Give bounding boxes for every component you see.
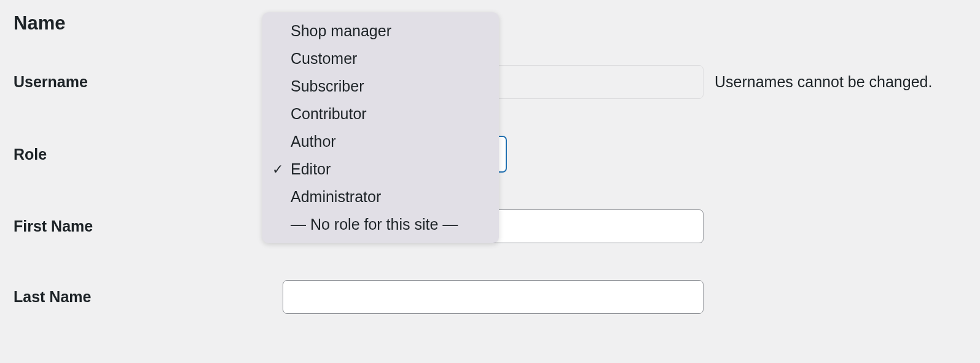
role-option-label: Customer (291, 50, 357, 68)
role-option-label: — No role for this site — (291, 216, 458, 233)
last-name-label: Last Name (12, 288, 283, 306)
role-option-label: Administrator (291, 188, 381, 206)
role-option-editor[interactable]: ✓ Editor (262, 155, 499, 183)
role-option-no-role[interactable]: — No role for this site — (262, 211, 499, 238)
role-option-subscriber[interactable]: Subscriber (262, 72, 499, 100)
check-icon: ✓ (272, 162, 283, 178)
role-option-customer[interactable]: Customer (262, 45, 499, 72)
role-option-label: Author (291, 133, 336, 150)
role-option-contributor[interactable]: Contributor (262, 100, 499, 128)
role-option-label: Shop manager (291, 22, 391, 40)
role-option-label: Editor (291, 160, 331, 178)
role-label: Role (12, 146, 283, 163)
last-name-field-area (283, 280, 704, 314)
role-option-shop-manager[interactable]: Shop manager (262, 17, 499, 45)
username-label: Username (12, 73, 283, 91)
role-option-label: Subscriber (291, 77, 364, 95)
last-name-input[interactable] (283, 280, 704, 314)
username-help-text: Usernames cannot be changed. (715, 73, 932, 91)
role-option-administrator[interactable]: Administrator (262, 183, 499, 211)
role-dropdown: Shop manager Customer Subscriber Contrib… (262, 12, 499, 243)
last-name-row: Last Name (12, 280, 968, 314)
role-option-label: Contributor (291, 105, 367, 123)
first-name-label: First Name (12, 217, 283, 235)
role-option-author[interactable]: Author (262, 128, 499, 155)
